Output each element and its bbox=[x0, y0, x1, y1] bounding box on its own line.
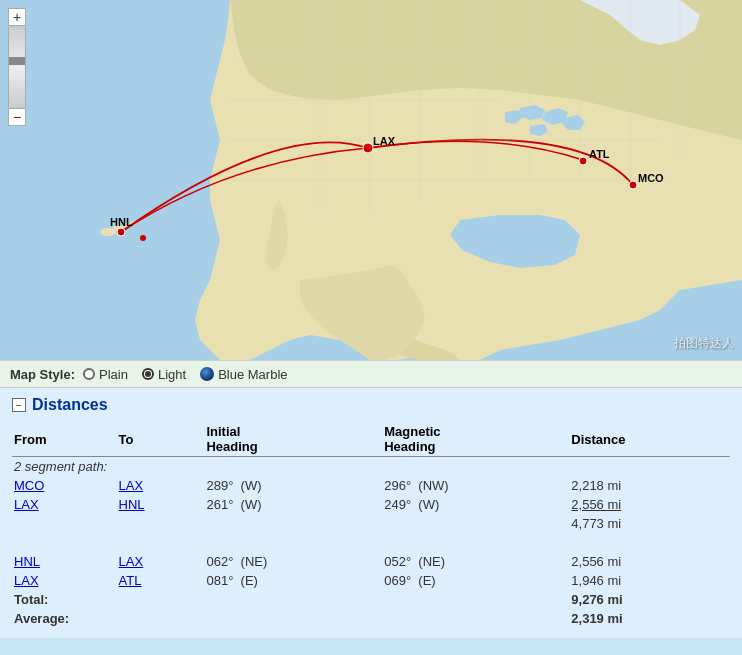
distances-title: Distances bbox=[32, 396, 108, 414]
col-to: To bbox=[117, 422, 205, 457]
col-distance: Distance bbox=[569, 422, 730, 457]
radio-plain bbox=[83, 368, 95, 380]
map-style-bar: Map Style: Plain Light Blue Marble bbox=[0, 360, 742, 388]
col-from: From bbox=[12, 422, 117, 457]
lax-link-3[interactable]: LAX bbox=[119, 554, 144, 569]
spacer bbox=[12, 533, 730, 552]
lax-link-4[interactable]: LAX bbox=[14, 573, 39, 588]
atl-link-1[interactable]: ATL bbox=[119, 573, 142, 588]
svg-point-12 bbox=[629, 181, 637, 189]
seg1-total-spacer bbox=[12, 514, 569, 533]
table-row: LAX HNL 261° (W) 249° (W) 2,556 mi bbox=[12, 495, 730, 514]
from-airport: LAX bbox=[12, 571, 117, 590]
to-airport: ATL bbox=[117, 571, 205, 590]
to-airport: HNL bbox=[117, 495, 205, 514]
collapse-button[interactable]: − bbox=[12, 398, 26, 412]
zoom-thumb[interactable] bbox=[9, 57, 25, 65]
table-row: MCO LAX 289° (W) 296° (NW) 2,218 mi bbox=[12, 476, 730, 495]
table-row: 2 segment path: bbox=[12, 457, 730, 477]
table-row: Average: 2,319 mi bbox=[12, 609, 730, 628]
total-label: Total: bbox=[12, 590, 569, 609]
svg-text:HNL: HNL bbox=[110, 216, 133, 228]
map-style-label: Map Style: bbox=[10, 367, 75, 382]
distance-value: 2,556 mi bbox=[569, 495, 730, 514]
to-airport: LAX bbox=[117, 552, 205, 571]
lax-link-1[interactable]: LAX bbox=[119, 478, 144, 493]
svg-text:MCO: MCO bbox=[638, 172, 664, 184]
magnetic-heading: 249° (W) bbox=[382, 495, 569, 514]
mco-link-1[interactable]: MCO bbox=[14, 478, 44, 493]
table-row: HNL LAX 062° (NE) 052° (NE) 2,556 mi bbox=[12, 552, 730, 571]
magnetic-heading: 296° (NW) bbox=[382, 476, 569, 495]
svg-point-5 bbox=[117, 228, 125, 236]
distances-header: − Distances bbox=[12, 396, 730, 414]
magnetic-heading: 069° (E) bbox=[382, 571, 569, 590]
from-airport: HNL bbox=[12, 552, 117, 571]
hnl-link-2[interactable]: HNL bbox=[14, 554, 40, 569]
zoom-track bbox=[8, 27, 26, 107]
initial-heading: 081° (E) bbox=[204, 571, 382, 590]
distance-value: 2,556 mi bbox=[569, 552, 730, 571]
style-light-label: Light bbox=[158, 367, 186, 382]
to-airport: LAX bbox=[117, 476, 205, 495]
table-row: Total: 9,276 mi bbox=[12, 590, 730, 609]
zoom-controls[interactable]: + − bbox=[8, 8, 26, 126]
col-magnetic-heading: MagneticHeading bbox=[382, 422, 569, 457]
initial-heading: 062° (NE) bbox=[204, 552, 382, 571]
table-row bbox=[12, 533, 730, 552]
style-bluemarble-label: Blue Marble bbox=[218, 367, 287, 382]
table-row: LAX ATL 081° (E) 069° (E) 1,946 mi bbox=[12, 571, 730, 590]
svg-point-8 bbox=[363, 143, 373, 153]
style-plain-label: Plain bbox=[99, 367, 128, 382]
zoom-out-button[interactable]: − bbox=[8, 108, 26, 126]
distances-section: − Distances From To InitialHeading Magne… bbox=[0, 388, 742, 638]
style-bluemarble[interactable]: Blue Marble bbox=[200, 367, 287, 382]
svg-text:ATL: ATL bbox=[589, 148, 610, 160]
style-plain[interactable]: Plain bbox=[83, 367, 128, 382]
svg-point-7 bbox=[140, 235, 146, 241]
segment1-label: 2 segment path: bbox=[12, 457, 730, 477]
from-airport: LAX bbox=[12, 495, 117, 514]
map-container: HNL LAX ATL MCO + − 拍图特达人 bbox=[0, 0, 742, 360]
initial-heading: 289° (W) bbox=[204, 476, 382, 495]
distances-table: From To InitialHeading MagneticHeading D… bbox=[12, 422, 730, 628]
distance-value: 1,946 mi bbox=[569, 571, 730, 590]
average-label: Average: bbox=[12, 609, 569, 628]
initial-heading: 261° (W) bbox=[204, 495, 382, 514]
bluemarble-icon bbox=[200, 367, 214, 381]
map-svg: HNL LAX ATL MCO bbox=[0, 0, 742, 360]
col-initial-heading: InitialHeading bbox=[204, 422, 382, 457]
magnetic-heading: 052° (NE) bbox=[382, 552, 569, 571]
distance-value: 2,218 mi bbox=[569, 476, 730, 495]
total-value: 9,276 mi bbox=[569, 590, 730, 609]
lax-link-2[interactable]: LAX bbox=[14, 497, 39, 512]
average-value: 2,319 mi bbox=[569, 609, 730, 628]
seg1-total: 4,773 mi bbox=[569, 514, 730, 533]
style-light[interactable]: Light bbox=[142, 367, 186, 382]
zoom-in-button[interactable]: + bbox=[8, 8, 26, 26]
from-airport: MCO bbox=[12, 476, 117, 495]
radio-light bbox=[142, 368, 154, 380]
table-row: 4,773 mi bbox=[12, 514, 730, 533]
svg-text:LAX: LAX bbox=[373, 135, 396, 147]
hnl-link-1[interactable]: HNL bbox=[119, 497, 145, 512]
